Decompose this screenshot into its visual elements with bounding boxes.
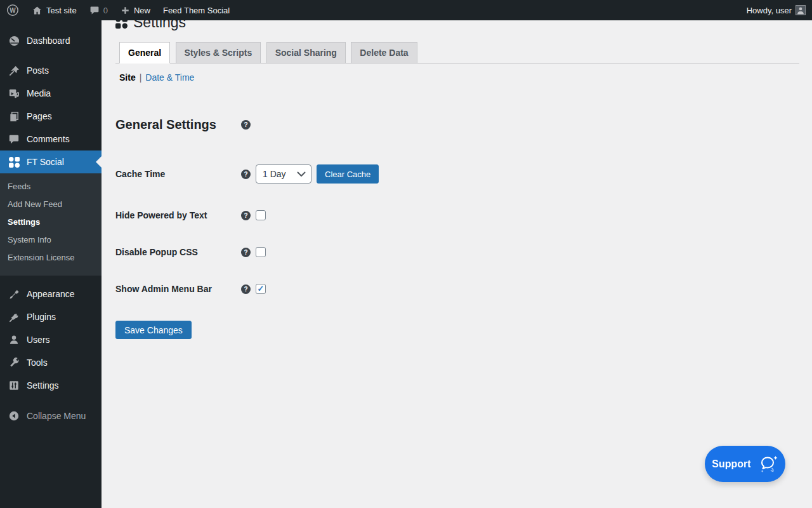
help-icon[interactable]: ? <box>241 248 251 257</box>
sidebar-item-comments[interactable]: Comments <box>0 128 102 150</box>
clear-cache-button[interactable]: Clear Cache <box>317 164 379 184</box>
sidebar-item-users[interactable]: Users <box>0 328 102 351</box>
media-icon <box>8 87 20 100</box>
wrench-icon <box>8 356 20 369</box>
save-changes-button[interactable]: Save Changes <box>115 321 192 339</box>
cache-time-label: Cache Time <box>115 169 241 179</box>
sidebar-item-label: Posts <box>27 65 49 76</box>
help-icon[interactable]: ? <box>241 211 251 220</box>
main-content: Settings General Styles & Scripts Social… <box>102 0 812 488</box>
home-icon <box>32 5 43 16</box>
show-admin-menu-bar-row: Show Admin Menu Bar ? ✓ <box>115 284 799 294</box>
chevron-down-icon <box>297 171 306 177</box>
sidebar-item-appearance[interactable]: Appearance <box>0 283 102 305</box>
admin-bar-comments[interactable]: 0 <box>83 0 114 20</box>
hide-powered-by-row: Hide Powered by Text ? <box>115 210 799 220</box>
show-admin-menu-bar-label: Show Admin Menu Bar <box>115 284 241 294</box>
help-icon[interactable]: ? <box>241 284 251 294</box>
howdy-text: Howdy, user <box>747 6 792 15</box>
sidebar-item-pages[interactable]: Pages <box>0 105 102 128</box>
support-chat-icon <box>757 455 778 474</box>
svg-text:W: W <box>10 7 16 14</box>
submenu-label: System Info <box>8 235 51 244</box>
plug-icon <box>8 311 20 323</box>
sidebar-item-ft-social[interactable]: FT Social <box>0 150 102 173</box>
sidebar-item-label: Dashboard <box>27 36 70 46</box>
submenu-item-extension-license[interactable]: Extension License <box>0 249 102 267</box>
avatar <box>796 5 806 15</box>
collapse-menu-button[interactable]: Collapse Menu <box>0 404 102 427</box>
subnav: Site | Date & Time <box>115 72 799 83</box>
disable-popup-css-row: Disable Popup CSS ? <box>115 247 799 257</box>
admin-sidebar: Dashboard Posts Media <box>0 20 102 508</box>
submenu-item-settings[interactable]: Settings <box>0 213 102 231</box>
hide-powered-by-checkbox[interactable] <box>256 210 266 220</box>
feed-them-social-label: Feed Them Social <box>163 6 230 15</box>
tab-general[interactable]: General <box>119 42 170 64</box>
tab-styles-scripts[interactable]: Styles & Scripts <box>176 42 261 63</box>
current-menu-arrow <box>96 156 102 168</box>
sidebar-item-label: Plugins <box>27 312 56 322</box>
subnav-separator: | <box>140 72 142 83</box>
admin-bar-feed-them-social[interactable]: Feed Them Social <box>157 0 236 20</box>
sidebar-item-label: Pages <box>27 111 52 121</box>
submenu-item-feeds[interactable]: Feeds <box>0 178 102 196</box>
submenu-item-system-info[interactable]: System Info <box>0 231 102 249</box>
wordpress-logo-menu[interactable]: W <box>0 0 25 20</box>
sidebar-item-label: Settings <box>27 380 59 391</box>
check-icon: ✓ <box>258 284 265 293</box>
submenu-label: Extension License <box>8 253 75 262</box>
comments-count: 0 <box>103 6 108 15</box>
support-button[interactable]: Support <box>705 446 785 482</box>
admin-bar-account[interactable]: Howdy, user <box>740 0 812 20</box>
paintbrush-icon <box>8 288 20 300</box>
show-admin-menu-bar-checkbox[interactable]: ✓ <box>256 284 266 294</box>
comment-bubble-icon <box>89 5 100 15</box>
sidebar-item-label: FT Social <box>27 157 64 167</box>
subnav-site: Site <box>119 72 136 83</box>
admin-bar-site-link[interactable]: Test site <box>25 0 83 20</box>
sidebar-item-label: Media <box>27 88 51 98</box>
sidebar-item-posts[interactable]: Posts <box>0 59 102 82</box>
sidebar-item-dashboard[interactable]: Dashboard <box>0 29 102 52</box>
submenu-label: Settings <box>8 217 40 227</box>
help-icon[interactable]: ? <box>241 170 251 179</box>
tab-social-sharing[interactable]: Social Sharing <box>266 42 346 63</box>
tab-delete-data[interactable]: Delete Data <box>351 42 417 63</box>
sidebar-item-label: Appearance <box>27 289 75 299</box>
ft-social-icon <box>8 156 20 168</box>
cache-time-select[interactable]: 1 Day <box>256 164 311 184</box>
subnav-date-time-link[interactable]: Date & Time <box>145 72 194 83</box>
hide-powered-by-label: Hide Powered by Text <box>115 210 241 220</box>
settings-sliders-icon <box>8 379 20 392</box>
site-name: Test site <box>46 6 77 15</box>
sidebar-item-settings[interactable]: Settings <box>0 374 102 397</box>
save-row: Save Changes <box>115 321 799 339</box>
pages-icon <box>8 110 20 123</box>
submenu-item-add-new-feed[interactable]: Add New Feed <box>0 196 102 213</box>
cache-time-row: Cache Time ? 1 Day Clear Cache <box>115 164 799 184</box>
ft-social-submenu: Feeds Add New Feed Settings System Info … <box>0 173 102 276</box>
comments-icon <box>8 133 20 145</box>
wordpress-logo-icon: W <box>6 4 19 17</box>
settings-tabs: General Styles & Scripts Social Sharing … <box>115 41 799 64</box>
sidebar-item-tools[interactable]: Tools <box>0 351 102 374</box>
sidebar-item-media[interactable]: Media <box>0 82 102 105</box>
sidebar-item-plugins[interactable]: Plugins <box>0 305 102 328</box>
new-label: New <box>134 6 150 15</box>
collapse-arrow-icon <box>8 410 20 422</box>
cache-time-select-value: 1 Day <box>263 169 286 179</box>
user-icon <box>8 333 20 346</box>
help-icon[interactable]: ? <box>241 120 251 130</box>
sidebar-item-label: Users <box>27 335 50 345</box>
admin-bar-new[interactable]: New <box>114 0 157 20</box>
support-label: Support <box>712 458 750 470</box>
submenu-label: Feeds <box>8 182 30 191</box>
collapse-menu-label: Collapse Menu <box>27 411 86 421</box>
pushpin-icon <box>8 64 20 77</box>
admin-bar: W Test site 0 New Feed Them Social Howdy… <box>0 0 812 20</box>
disable-popup-css-checkbox[interactable] <box>256 247 266 257</box>
plus-icon <box>121 6 130 15</box>
section-title: General Settings <box>115 117 241 132</box>
disable-popup-css-label: Disable Popup CSS <box>115 247 241 257</box>
